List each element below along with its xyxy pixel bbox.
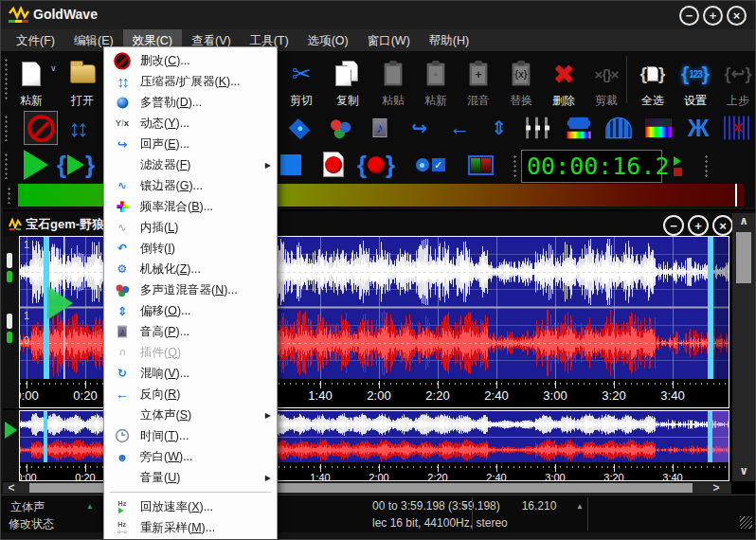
toolbar-paste-button[interactable]: 粘贴 [370,54,416,107]
effects-menu-item-playback-rate[interactable]: Hz回放速率(X)... [104,496,277,517]
control-record-selection-button[interactable]: {} [356,148,396,182]
effects-menu-item-interpolate[interactable]: ∿内插(L) [104,217,277,238]
effects-toolbar-noise-gate-button[interactable] [602,111,636,145]
effects-menu-item-frequency-blend[interactable]: 频率混合(B)... [104,196,277,217]
channel-mode-arrow-icon[interactable]: ▲ [86,502,94,511]
effects-menu-item-dynamics[interactable]: Y/x动态(Y)... [104,113,277,134]
effects-menu-item-voice-over[interactable]: ☻旁白(W)... [104,446,277,467]
control-record-button[interactable] [314,148,353,182]
effects-menu-item-filter[interactable]: 滤波器(F)▶ [104,154,277,175]
resize-grip[interactable] [740,516,752,529]
control-monitor-button[interactable]: ✓ [410,148,450,182]
menu-item-label: 倒转(I) [140,241,273,257]
goldwave-window: GoldWave − + × 文件(F)编辑(E)效果(C)查看(V)工具(T)… [0,0,756,540]
toolbar-delete-button[interactable]: ✖删除 [541,54,586,107]
effects-toolbar-cut-modify-button[interactable] [24,111,58,145]
cut-icon: ✂ [292,61,311,87]
menubar-item-file[interactable]: 文件(F) [7,29,64,51]
channel-mode-status[interactable]: 立体声 [10,499,45,515]
effects-toolbar-flanger-button[interactable]: Ж [681,111,715,145]
selection-dropdown-icon[interactable]: ▼ [461,502,469,511]
position-dropdown-icon[interactable]: ▲ [576,502,584,511]
effects-menu-item-offset[interactable]: ⇕偏移(O)... [104,300,277,321]
chevron-down-icon[interactable]: ∨ [50,63,57,73]
toolbar-set-button[interactable]: {123}设置 [673,54,718,107]
toolbar-select-all-button[interactable]: {}全选 [630,54,675,107]
effects-menu-item-time[interactable]: 时间(T)... [104,425,277,446]
maximize-button[interactable]: + [703,6,723,26]
effects-menu-item-pitch[interactable]: ♪音高(P)... [104,321,277,342]
amplitude-label: 1 [24,239,29,250]
effects-toolbar-echo-button[interactable]: ↪ [403,111,437,145]
format-status: lec 16 bit, 44100Hz, stereo [372,516,508,530]
toolbar-new-button[interactable]: 粘新 [9,54,54,107]
title-bar[interactable]: GoldWave − + × [1,1,756,29]
effects-toolbar-offset-button[interactable]: ⇕ [482,111,516,145]
toolbar-open-button[interactable]: 打开 [60,54,105,107]
effects-toolbar-filter-button[interactable] [562,111,596,145]
toolbar-grip[interactable] [4,153,9,179]
doc-minimize-button[interactable]: − [663,215,684,236]
effects-menu-item-doppler[interactable]: 多普勒(D)... [104,92,277,113]
play-position-marker-icon[interactable] [48,287,73,319]
scroll-right-icon[interactable]: > [710,482,723,494]
effects-toolbar-pitch-button[interactable]: ♪ [363,111,397,145]
set-icon: {123} [681,63,710,85]
toolbar-replace-button[interactable]: {x}替换 [498,54,544,107]
effects-toolbar-silence-button[interactable]: ✕ [721,111,755,145]
effects-menu-item-echo[interactable]: ↪回声(E)... [104,134,277,154]
effects-toolbar-reverse-button[interactable]: ← [442,111,477,145]
toolbar-previous-button[interactable]: {↩}上步 [715,54,756,107]
control-play-button[interactable] [16,148,56,182]
effects-menu-item-multichannel-mixer[interactable]: 多声道混音器(N)... [104,279,277,300]
minimize-button[interactable]: − [679,6,699,26]
toolbar-grip[interactable] [704,154,709,179]
close-button[interactable]: × [727,6,747,26]
effects-menu-item-resample[interactable]: Hzo–o重新采样(M)... [104,517,277,538]
menubar-item-options[interactable]: 选项(O) [298,29,358,51]
effects-menu-item-mechanize[interactable]: ⚙机械化(Z)... [104,259,277,279]
effects-menu-item-flange[interactable]: ∿镶边器(G)... [104,175,277,196]
vertical-scrollbar[interactable]: ∧ ∨ [732,213,755,481]
timeline-label: 2:00 [360,472,398,480]
meter-grip[interactable] [7,187,11,204]
toolbar-button-label: 删除 [552,94,575,107]
effects-menu-item-compressor-expander[interactable]: ↕↕压缩器/扩展器(K)... [104,71,277,92]
menubar-item-help[interactable]: 帮助(H) [420,29,478,51]
effects-menu-item-reverse[interactable]: ←反向(R) [104,384,277,405]
toolbar-grip[interactable] [4,115,9,141]
doc-maximize-button[interactable]: + [688,215,709,236]
record-icon [321,152,346,178]
effects-menu-item-volume[interactable]: 音量(U)▶ [104,467,277,488]
selection-range-status[interactable]: 00 to 3:59.198 (3:59.198) [372,499,500,513]
toolbar-grip[interactable] [513,154,517,179]
toolbar-mix-button[interactable]: +混音 [456,54,501,107]
position-status[interactable]: 16.210 [503,499,575,513]
effects-menu-item-cut-modify[interactable]: 删改(C)... [104,50,277,71]
toolbar-paste-new-button[interactable]: ▫粘新 [413,54,459,107]
scroll-left-icon[interactable]: < [5,482,18,494]
effects-menu-item-invert[interactable]: ↶倒转(I) [104,238,277,259]
toolbar-cut-button[interactable]: ✂剪切 [279,54,324,107]
scroll-down-icon[interactable]: ∨ [732,463,755,478]
toolbar-button-label: 替换 [510,94,532,107]
effects-toolbar-equalizer-button[interactable] [522,111,556,145]
doc-close-button[interactable]: × [712,215,733,236]
vertical-scroll-thumb[interactable] [736,232,751,283]
effects-toolbar-transform-star-button[interactable]: ◆◆● [283,111,317,145]
effects-menu-item-reverb[interactable]: ↻混响(V)... [104,363,277,384]
timeline-tick [27,464,27,472]
overview-play-marker-icon[interactable] [5,422,17,439]
scroll-up-icon[interactable]: ∧ [732,213,755,228]
effects-toolbar-channel-mixer-button[interactable] [323,111,357,145]
toolbar-trim-button[interactable]: ×{}×剪裁 [584,54,629,107]
submenu-arrow-icon: ▶ [265,411,271,420]
effects-menu-item-stereo[interactable]: 立体声(S)▶ [104,405,277,425]
control-control-properties-button[interactable] [460,148,500,182]
trim-icon: ×{}× [594,66,618,82]
toolbar-copy-button[interactable]: 复制 [325,54,370,107]
effects-toolbar-compressor-expander-button[interactable]: ↕↕ [60,111,94,145]
control-play-selection-button[interactable]: {} [56,148,96,182]
effects-toolbar-spectrum-filter-button[interactable] [641,111,675,145]
menubar-item-window[interactable]: 窗口(W) [358,29,420,51]
